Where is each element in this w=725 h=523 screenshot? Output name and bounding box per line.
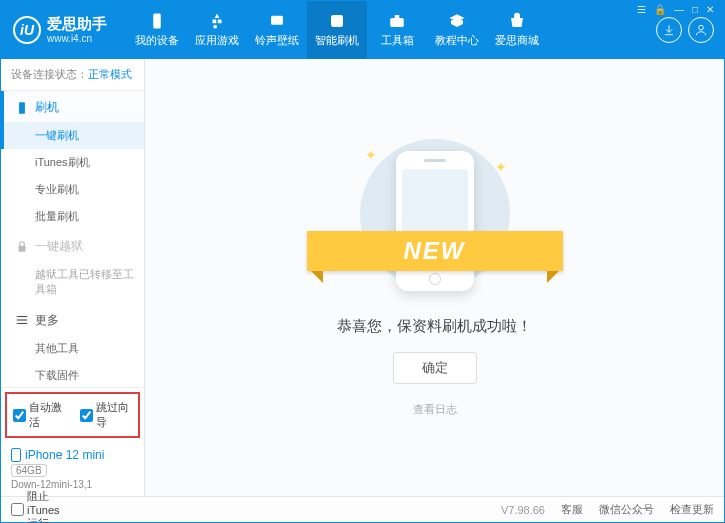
nav-label: 智能刷机 [315, 33, 359, 48]
nav-apps-games[interactable]: 应用游戏 [187, 1, 247, 59]
more-icon [15, 313, 29, 327]
confirm-button[interactable]: 确定 [393, 352, 477, 384]
nav-ringtones[interactable]: 铃声壁纸 [247, 1, 307, 59]
ringtone-icon [268, 12, 286, 30]
jailbreak-note: 越狱工具已转移至工具箱 [1, 261, 144, 304]
footer: 阻止iTunes运行 V7.98.66 客服 微信公众号 检查更新 [1, 496, 724, 522]
nav-my-device[interactable]: 我的设备 [127, 1, 187, 59]
status-label: 设备连接状态： [11, 68, 88, 80]
toolbox-icon [388, 12, 406, 30]
nav-label: 铃声壁纸 [255, 33, 299, 48]
svg-rect-10 [17, 323, 28, 324]
sidebar-bottom: 自动激活 跳过向导 iPhone 12 mini 64GB Down-12min… [1, 387, 144, 496]
brand-logo-icon: iU [13, 16, 41, 44]
svg-rect-4 [395, 15, 400, 18]
nav-label: 教程中心 [435, 33, 479, 48]
section-title: 一键越狱 [35, 238, 83, 255]
brand-subtitle: www.i4.cn [47, 33, 107, 45]
version-text: V7.98.66 [501, 504, 545, 516]
svg-rect-9 [17, 320, 28, 321]
view-log-link[interactable]: 查看日志 [413, 402, 457, 417]
nav-store[interactable]: 爱思商城 [487, 1, 547, 59]
window-controls: ☰ 🔒 — □ ✕ [635, 4, 716, 15]
sidebar-item-pro-flash[interactable]: 专业刷机 [1, 176, 144, 203]
sidebar-section-jailbreak: 一键越狱 [1, 230, 144, 261]
nav-toolbox[interactable]: 工具箱 [367, 1, 427, 59]
device-icon [148, 12, 166, 30]
connection-status: 设备连接状态：正常模式 [1, 59, 144, 91]
top-nav: 我的设备 应用游戏 铃声壁纸 智能刷机 工具箱 教程中心 [127, 1, 656, 59]
titlebar: ☰ 🔒 — □ ✕ iU 爱思助手 www.i4.cn 我的设备 应用游戏 [1, 1, 724, 59]
store-icon [508, 12, 526, 30]
options-highlight: 自动激活 跳过向导 [5, 392, 140, 438]
sidebar-list: 刷机 一键刷机 iTunes刷机 专业刷机 批量刷机 一键越狱 越狱工具已转移至… [1, 91, 144, 387]
nav-tutorials[interactable]: 教程中心 [427, 1, 487, 59]
section-title: 刷机 [35, 99, 59, 116]
download-button[interactable] [656, 17, 682, 43]
nav-label: 应用游戏 [195, 33, 239, 48]
lock-icon[interactable]: 🔒 [652, 4, 668, 15]
sidebar-item-oneclick-flash[interactable]: 一键刷机 [1, 122, 144, 149]
phone-icon [15, 101, 29, 115]
brand-title: 爱思助手 [47, 15, 107, 33]
tutorial-icon [448, 12, 466, 30]
flash-icon [328, 12, 346, 30]
storage-badge: 64GB [11, 464, 47, 477]
menu-icon[interactable]: ☰ [635, 4, 648, 15]
lock-icon [15, 240, 29, 254]
svg-rect-2 [331, 15, 343, 27]
svg-rect-6 [19, 102, 25, 114]
svg-rect-0 [153, 14, 161, 29]
ribbon-text: NEW [307, 231, 563, 271]
checkbox-label: 阻止iTunes运行 [27, 489, 60, 524]
svg-rect-1 [271, 16, 283, 25]
footer-right: V7.98.66 客服 微信公众号 检查更新 [501, 502, 714, 517]
checkbox-auto-activate[interactable]: 自动激活 [13, 400, 66, 430]
minimize-icon[interactable]: — [672, 4, 686, 15]
wechat-link[interactable]: 微信公众号 [599, 502, 654, 517]
status-value: 正常模式 [88, 68, 132, 80]
customer-service-link[interactable]: 客服 [561, 502, 583, 517]
nav-label: 爱思商城 [495, 33, 539, 48]
section-title: 更多 [35, 312, 59, 329]
apps-icon [208, 12, 226, 30]
svg-rect-3 [390, 18, 404, 27]
sidebar-section-more[interactable]: 更多 [1, 304, 144, 335]
device-name: iPhone 12 mini [11, 448, 134, 462]
sidebar-item-download-firmware[interactable]: 下载固件 [1, 362, 144, 387]
nav-label: 工具箱 [381, 33, 414, 48]
sidebar: 设备连接状态：正常模式 刷机 一键刷机 iTunes刷机 专业刷机 批量刷机 一… [1, 59, 145, 496]
checkbox-skip-guide[interactable]: 跳过向导 [80, 400, 133, 430]
nav-label: 我的设备 [135, 33, 179, 48]
svg-rect-7 [19, 245, 26, 251]
checkbox-block-itunes[interactable]: 阻止iTunes运行 [11, 489, 60, 524]
new-ribbon: NEW [307, 231, 563, 271]
device-name-text: iPhone 12 mini [25, 448, 104, 462]
sidebar-item-other-tools[interactable]: 其他工具 [1, 335, 144, 362]
sidebar-item-itunes-flash[interactable]: iTunes刷机 [1, 149, 144, 176]
close-icon[interactable]: ✕ [704, 4, 716, 15]
maximize-icon[interactable]: □ [690, 4, 700, 15]
sidebar-item-batch-flash[interactable]: 批量刷机 [1, 203, 144, 230]
main-content: ✦ ✦ ✦ NEW 恭喜您，保资料刷机成功啦！ 确定 查看日志 [145, 59, 724, 496]
app-window: ☰ 🔒 — □ ✕ iU 爱思助手 www.i4.cn 我的设备 应用游戏 [0, 0, 725, 523]
check-update-link[interactable]: 检查更新 [670, 502, 714, 517]
checkbox-label: 自动激活 [29, 400, 66, 430]
body: 设备连接状态：正常模式 刷机 一键刷机 iTunes刷机 专业刷机 批量刷机 一… [1, 59, 724, 496]
svg-point-5 [699, 25, 704, 30]
phone-small-icon [11, 448, 21, 462]
svg-rect-8 [17, 316, 28, 317]
checkbox-label: 跳过向导 [96, 400, 133, 430]
success-message: 恭喜您，保资料刷机成功啦！ [337, 317, 532, 336]
nav-smart-flash[interactable]: 智能刷机 [307, 1, 367, 59]
brand: iU 爱思助手 www.i4.cn [1, 1, 119, 59]
success-illustration: ✦ ✦ ✦ NEW [335, 139, 535, 299]
user-button[interactable] [688, 17, 714, 43]
sidebar-section-flash[interactable]: 刷机 [1, 91, 144, 122]
